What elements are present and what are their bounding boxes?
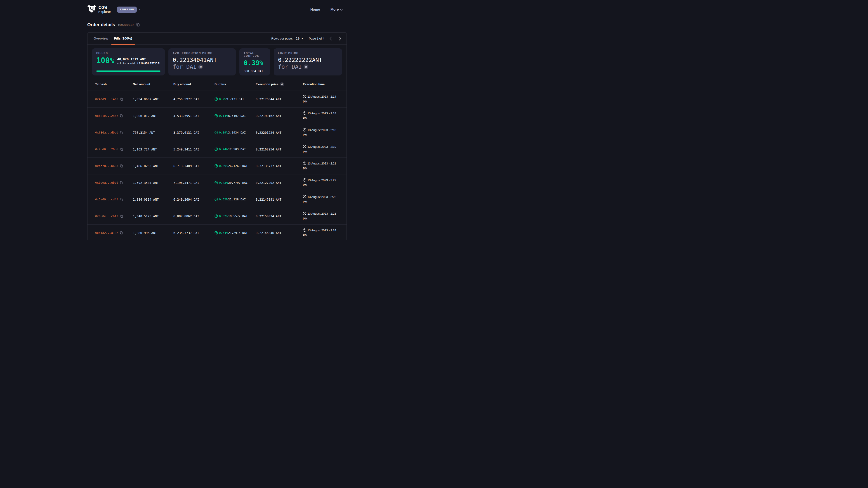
sell-amount: 1,348.5175 ANT <box>133 215 174 218</box>
surplus-amount: 9.7131 DAI <box>226 97 244 101</box>
avg-price-value: 0.22134041ANT <box>173 57 231 64</box>
buy-amount: 4,756.5977 DAI <box>174 97 215 101</box>
swap-icon[interactable]: ⇄ <box>198 64 203 69</box>
table-row: 0x050e...cbf2 1,348.5175 ANT 6,087.8862 … <box>88 208 346 225</box>
copy-tx-hash-button[interactable] <box>120 148 123 151</box>
tx-hash-link[interactable]: 0xbe78...b453 <box>95 164 118 168</box>
surplus-up-icon <box>215 97 218 101</box>
surplus-up-icon <box>215 181 218 184</box>
surplus-up-icon <box>215 148 218 151</box>
tx-hash-link[interactable]: 0x2cd0...26dd <box>95 148 118 151</box>
order-details-panel: Overview Fills (100%) Rows per page: 10 … <box>87 32 347 240</box>
next-page-button[interactable] <box>337 35 343 41</box>
tx-hash-link[interactable]: 0x050e...cbf2 <box>95 215 118 218</box>
column-surplus: Surplus <box>215 83 256 86</box>
total-surplus-percent: 0.39% <box>244 59 266 67</box>
tx-hash-link[interactable]: 0xd1a2...a18e <box>95 231 118 234</box>
execution-time: 13 August 2023 - 2:22 PM <box>303 178 339 187</box>
column-execution-time: Execution time <box>303 83 339 86</box>
clock-icon <box>303 128 306 133</box>
copy-tx-hash-button[interactable] <box>120 231 123 234</box>
previous-page-button[interactable] <box>328 35 334 41</box>
tx-hash-link[interactable]: 0xf8da...dbcd <box>95 131 118 134</box>
execution-price: 0.22146346 ANT <box>256 231 303 235</box>
tx-hash-link[interactable]: 0x3a69...cd4f <box>95 198 118 201</box>
copy-tx-hash-button[interactable] <box>120 215 123 218</box>
surplus-cell: 0.42% 30.7707 DAI <box>215 181 256 184</box>
page-title-row: Order details c0688a39 <box>87 22 347 27</box>
copy-tx-hash-button[interactable] <box>120 164 123 168</box>
surplus-cell: 0.14% 6.5407 DAI <box>215 114 256 118</box>
execution-time: 13 August 2023 - 2:19 PM <box>303 144 339 154</box>
tabs-row: Overview Fills (100%) Rows per page: 10 … <box>88 33 346 44</box>
table-row: 0xb99a...ebbd 1,592.3503 ANT 7,196.3471 … <box>88 174 346 191</box>
surplus-percent: 0.42% <box>219 181 228 184</box>
clock-icon <box>303 228 306 233</box>
execution-time: 13 August 2023 - 2:21 PM <box>303 161 339 170</box>
surplus-up-icon <box>215 198 218 201</box>
filled-amount: 48,020.1919 ANT <box>117 57 146 61</box>
execution-time: 13 August 2023 - 2:14 PM <box>303 94 339 104</box>
clock-icon <box>303 212 306 217</box>
surplus-percent: 0.2% <box>219 97 226 101</box>
limit-price-label: LIMIT PRICE <box>278 52 338 55</box>
tx-hash-link[interactable]: 0x4ed9...14a0 <box>95 97 118 101</box>
execution-price: 0.22176844 ANT <box>256 97 303 101</box>
surplus-amount: 21.2915 DAI <box>228 231 248 234</box>
execution-price: 0.22150834 ANT <box>256 215 303 218</box>
tab-fills[interactable]: Fills (100%) <box>111 33 135 44</box>
rows-per-page-select[interactable]: 10 ▼ <box>296 37 303 40</box>
copy-tx-hash-button[interactable] <box>120 114 123 118</box>
page-title: Order details <box>87 22 115 27</box>
copy-order-id-button[interactable] <box>136 23 140 27</box>
surplus-amount: 3.1934 DAI <box>228 131 246 134</box>
surplus-cell: 0.24% 12.583 DAI <box>215 148 256 151</box>
surplus-percent: 0.39% <box>219 164 228 168</box>
execution-time: 13 August 2023 - 2:24 PM <box>303 228 339 237</box>
surplus-percent: 0.34% <box>219 231 228 234</box>
surplus-up-icon <box>215 114 218 118</box>
nav-link-more[interactable]: More <box>331 7 343 11</box>
surplus-amount: 12.583 DAI <box>228 148 246 151</box>
copy-tx-hash-button[interactable] <box>120 98 123 101</box>
summary-cards: FILLED 100% 48,020.1919 ANT sold for a t… <box>88 44 346 78</box>
page-indicator: Page 1 of 4 <box>309 37 324 40</box>
surplus-percent: 0.09% <box>219 131 228 134</box>
nav-link-home[interactable]: Home <box>310 7 320 11</box>
filled-progress-bar <box>96 70 160 72</box>
surplus-cell: 0.09% 3.1934 DAI <box>215 131 256 134</box>
network-caret-icon[interactable]: ▼ <box>138 8 141 11</box>
column-tx-hash: Tx hash <box>95 83 133 86</box>
execution-price: 0.22147091 ANT <box>256 198 303 201</box>
table-row: 0xd1a2...a18e 1,380.996 ANT 6,235.7737 D… <box>88 225 346 241</box>
buy-amount: 6,713.2409 DAI <box>174 164 215 168</box>
top-navbar: COW Explorer ETHEREUM ▼ Home More <box>0 0 434 19</box>
surplus-up-icon <box>215 164 218 168</box>
buy-amount: 5,249.3411 DAI <box>174 148 215 151</box>
total-surplus-label: TOTAL SURPLUS <box>244 52 266 57</box>
buy-amount: 6,249.2694 DAI <box>174 198 215 201</box>
execution-price: 0.22168954 ANT <box>256 148 303 151</box>
sell-amount: 1,592.3503 ANT <box>133 181 174 185</box>
logo-word-explorer: Explorer <box>98 10 111 13</box>
copy-tx-hash-button[interactable] <box>120 131 123 134</box>
surplus-percent: 0.32% <box>219 215 228 218</box>
copy-tx-hash-button[interactable] <box>120 198 123 201</box>
swap-icon[interactable]: ⇄ <box>304 64 308 69</box>
execution-time: 13 August 2023 - 2:18 PM <box>303 128 339 137</box>
cow-explorer-logo[interactable]: COW Explorer <box>87 5 111 14</box>
surplus-amount: 30.7707 DAI <box>228 181 248 184</box>
avg-execution-price-card: AVG. EXECUTION PRICE 0.22134041ANT for D… <box>168 48 236 75</box>
tab-overview[interactable]: Overview <box>91 33 111 44</box>
execution-price: 0.22190162 ANT <box>256 114 303 118</box>
network-badge[interactable]: ETHEREUM <box>117 6 137 13</box>
order-id: c0688a39 <box>118 23 133 27</box>
copy-tx-hash-button[interactable] <box>120 181 123 184</box>
swap-price-icon[interactable]: ⇄ <box>280 82 284 86</box>
column-buy-amount: Buy amount <box>174 83 215 86</box>
sell-amount: 1,486.0253 ANT <box>133 164 174 168</box>
tx-hash-link[interactable]: 0xb21e...23e7 <box>95 114 118 118</box>
buy-amount: 3,379.6131 DAI <box>174 131 215 134</box>
table-row: 0x4ed9...14a0 1,054.8632 ANT 4,756.5977 … <box>88 91 346 107</box>
tx-hash-link[interactable]: 0xb99a...ebbd <box>95 181 118 184</box>
